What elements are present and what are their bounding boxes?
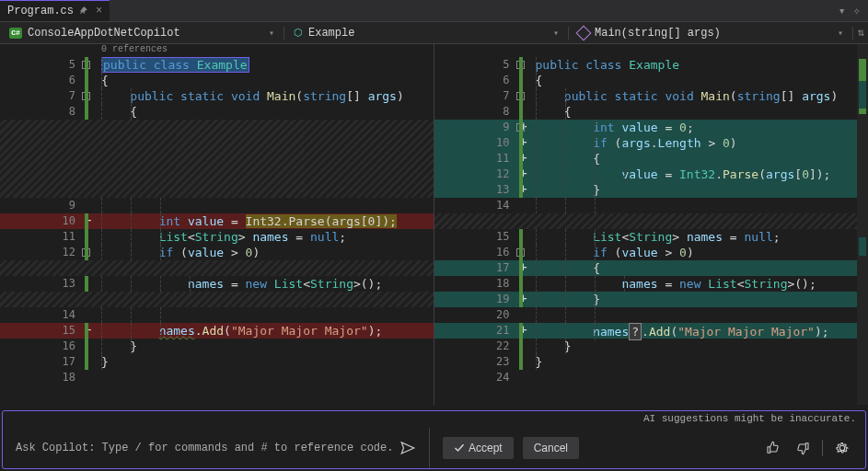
code-line[interactable]: 15- names.Add("Major Major Major"); xyxy=(0,323,434,339)
code-content[interactable]: public static void Main(string[] args) xyxy=(530,88,869,104)
line-number: 10 xyxy=(53,213,75,229)
code-content[interactable]: { xyxy=(96,73,434,88)
code-line[interactable]: 10- int value = Int32.Parse(args[0]); xyxy=(0,213,434,229)
cancel-button[interactable]: Cancel xyxy=(523,437,579,459)
code-lens[interactable]: 0 references xyxy=(101,44,168,57)
code-content[interactable]: } xyxy=(530,182,869,198)
code-content[interactable]: names = new List<String>(); xyxy=(530,276,869,292)
line-number: 14 xyxy=(53,307,75,323)
line-number: 17 xyxy=(488,260,510,276)
code-line[interactable] xyxy=(0,260,434,276)
code-content[interactable]: } xyxy=(530,292,869,307)
code-line[interactable]: 14 xyxy=(434,198,869,213)
code-content[interactable] xyxy=(530,198,869,213)
code-line[interactable]: 15 List<String> names = null; xyxy=(434,229,869,245)
code-content[interactable]: { xyxy=(530,151,869,167)
copilot-input[interactable]: Ask Copilot: Type / for commands and # t… xyxy=(3,428,430,468)
code-content[interactable]: public class Example xyxy=(530,57,869,73)
nav-scope[interactable]: ⬡ Example ▾ xyxy=(284,27,569,40)
code-line[interactable]: 18 xyxy=(0,370,434,385)
code-content[interactable]: public class Example xyxy=(96,57,434,73)
code-line[interactable]: 7- public static void Main(string[] args… xyxy=(434,88,869,104)
code-content[interactable]: List<String> names = null; xyxy=(96,229,434,245)
code-content[interactable]: { xyxy=(530,73,869,88)
code-content[interactable]: { xyxy=(530,104,869,120)
line-number: 16 xyxy=(488,245,510,260)
code-line[interactable] xyxy=(0,292,434,307)
code-line[interactable]: 6{ xyxy=(434,73,869,88)
code-content[interactable]: { xyxy=(530,260,869,276)
code-content[interactable]: if (value > 0) xyxy=(530,245,869,260)
code-line[interactable]: 19+ } xyxy=(434,292,869,307)
code-content[interactable]: int value = Int32.Parse(args[0]); xyxy=(96,213,434,229)
overview-ruler[interactable] xyxy=(857,44,868,405)
code-line[interactable]: 7- public static void Main(string[] args… xyxy=(0,88,434,104)
code-content[interactable]: { xyxy=(96,104,434,120)
thumbs-up-icon[interactable] xyxy=(763,438,783,458)
code-content[interactable]: value = Int32.Parse(args[0]); xyxy=(530,167,869,182)
code-line[interactable]: 16- if (value > 0) xyxy=(434,245,869,260)
close-icon[interactable]: × xyxy=(96,5,102,17)
code-line[interactable]: 5-public class Example xyxy=(0,57,434,73)
code-content[interactable]: } xyxy=(530,339,869,354)
line-number: 6 xyxy=(53,73,75,88)
code-content[interactable]: int value = 0; xyxy=(530,120,869,135)
code-line[interactable] xyxy=(0,135,434,151)
code-line[interactable]: 24 xyxy=(434,370,869,385)
code-line[interactable]: 11 List<String> names = null; xyxy=(0,229,434,245)
gutter: 12 xyxy=(434,167,517,182)
nav-project[interactable]: C# ConsoleAppDotNetCopilot ▾ xyxy=(0,27,284,40)
code-line[interactable]: 9 xyxy=(0,198,434,213)
accept-button[interactable]: Accept xyxy=(443,437,514,459)
code-content[interactable]: } xyxy=(530,354,869,370)
gear-icon[interactable] xyxy=(832,438,852,458)
code-line[interactable]: 13 names = new List<String>(); xyxy=(0,276,434,292)
code-content[interactable]: if (args.Length > 0) xyxy=(530,135,869,151)
code-line[interactable]: 11+ { xyxy=(434,151,869,167)
code-content[interactable] xyxy=(96,307,434,323)
diff-pane-modified[interactable]: 5-public class Example6{7- public static… xyxy=(434,44,869,405)
code-line[interactable]: 12+ value = Int32.Parse(args[0]); xyxy=(434,167,869,182)
code-line[interactable]: 20 xyxy=(434,307,869,323)
code-line[interactable]: 17} xyxy=(0,354,434,370)
diff-pane-original[interactable]: 0 references 5-public class Example6{7- … xyxy=(0,44,434,405)
code-content[interactable]: if (value > 0) xyxy=(96,245,434,260)
pin-icon[interactable] xyxy=(79,6,88,17)
code-line[interactable] xyxy=(0,182,434,198)
tab-program-cs[interactable]: Program.cs × xyxy=(0,0,110,21)
code-line[interactable] xyxy=(434,213,869,229)
code-line[interactable] xyxy=(0,120,434,135)
code-line[interactable]: 8 { xyxy=(0,104,434,120)
code-content[interactable]: List<String> names = null; xyxy=(530,229,869,245)
code-content[interactable] xyxy=(96,198,434,213)
code-line[interactable]: 5-public class Example xyxy=(434,57,869,73)
line-number: 8 xyxy=(53,104,75,120)
code-content[interactable]: } xyxy=(96,354,434,370)
code-line[interactable]: 10+ if (args.Length > 0) xyxy=(434,135,869,151)
code-line[interactable]: 18 names = new List<String>(); xyxy=(434,276,869,292)
nav-method[interactable]: Main(string[] args) ▾ xyxy=(569,27,853,40)
code-line[interactable]: 23} xyxy=(434,354,869,370)
code-line[interactable]: 16 } xyxy=(0,339,434,354)
code-line[interactable]: 17+ { xyxy=(434,260,869,276)
code-content[interactable]: } xyxy=(96,339,434,354)
code-content[interactable]: names.Add("Major Major Major"); xyxy=(96,323,434,339)
code-line[interactable]: 8 { xyxy=(434,104,869,120)
code-content[interactable]: names = new List<String>(); xyxy=(96,276,434,292)
code-line[interactable]: 13+ } xyxy=(434,182,869,198)
code-line[interactable]: 6{ xyxy=(0,73,434,88)
code-line[interactable]: 21+ names?.Add("Major Major Major"); xyxy=(434,323,869,339)
code-content[interactable]: public static void Main(string[] args) xyxy=(96,88,434,104)
code-line[interactable]: 12- if (value > 0) xyxy=(0,245,434,260)
split-icon[interactable]: ⇅ xyxy=(853,26,868,40)
code-line[interactable] xyxy=(0,167,434,182)
code-line[interactable]: 14 xyxy=(0,307,434,323)
add-tab-icon[interactable]: ✧ xyxy=(853,3,861,18)
send-icon[interactable] xyxy=(399,440,416,456)
code-content[interactable] xyxy=(530,307,869,323)
code-line[interactable]: 9-+ int value = 0; xyxy=(434,120,869,135)
dropdown-icon[interactable]: ▾ xyxy=(839,4,846,18)
code-line[interactable]: 22 } xyxy=(434,339,869,354)
thumbs-down-icon[interactable] xyxy=(793,438,813,458)
code-line[interactable] xyxy=(0,151,434,167)
